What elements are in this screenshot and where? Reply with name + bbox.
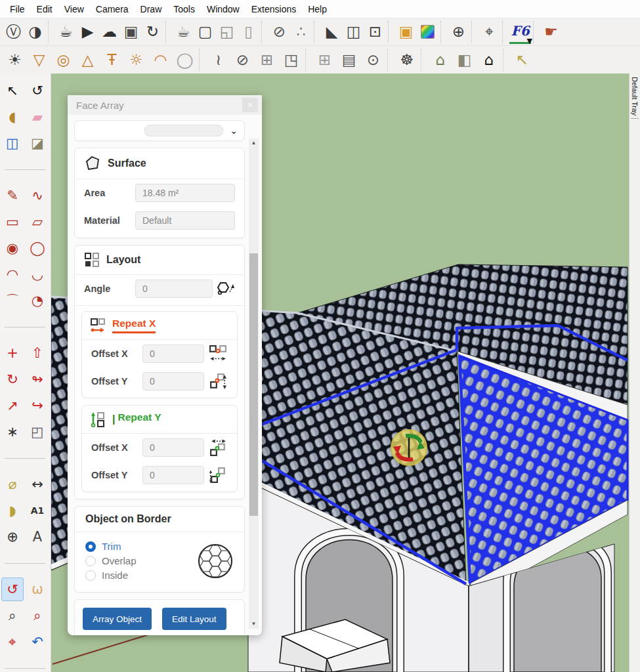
eraser-tool[interactable]: ▰	[26, 105, 49, 129]
vray-scatter-icon[interactable]: ∴	[290, 21, 312, 43]
menu-extensions[interactable]: Extensions	[245, 4, 302, 14]
make-component-tool[interactable]: ◫	[1, 131, 24, 155]
zoom-window-tool[interactable]: ⌕	[26, 604, 49, 627]
zoom-extents-tool[interactable]: ⌖	[1, 630, 24, 654]
orbit-tool[interactable]: ↺	[1, 578, 24, 601]
sun-compass-icon[interactable]: ⌖	[479, 21, 500, 43]
line-tool[interactable]: ✎	[1, 184, 24, 207]
lasso-select-tool[interactable]: ↺	[26, 79, 49, 102]
scrolled-input[interactable]	[144, 125, 223, 136]
rotated-rectangle-tool[interactable]: ▱	[26, 210, 49, 234]
offset-tool[interactable]: ↪	[26, 394, 49, 417]
3d-text-tool[interactable]: A	[26, 525, 49, 549]
freehand-tool[interactable]: ∿	[26, 184, 49, 207]
dialog-scrollbar[interactable]: ▲ ▼	[249, 138, 259, 629]
two-point-arc-tool[interactable]: ◡	[26, 262, 49, 286]
radio-icon[interactable]	[85, 556, 96, 566]
menu-window[interactable]: Window	[201, 4, 245, 14]
collapse-arrow-icon[interactable]: ⌄	[230, 125, 238, 136]
three-point-arc-tool[interactable]: ⌒	[1, 289, 24, 312]
menu-draw[interactable]: Draw	[135, 4, 168, 14]
array-object-button[interactable]: Array Object	[83, 608, 152, 630]
repeat-x-offset-x-input[interactable]: 0	[142, 345, 204, 363]
steering-wheel-icon[interactable]: ☸	[395, 49, 419, 71]
border-option-inside[interactable]: Inside	[85, 570, 197, 581]
sunlight-icon[interactable]: ☀	[3, 49, 27, 71]
scrollbar-thumb[interactable]	[249, 253, 258, 516]
scroll-up-icon[interactable]: ▲	[249, 138, 259, 148]
dialog-titlebar[interactable]: Face Array ×	[68, 95, 262, 115]
text-tool[interactable]: A1	[26, 499, 49, 522]
decal-icon[interactable]: ◳	[279, 49, 303, 71]
omni-light-icon[interactable]: ◎	[51, 49, 75, 71]
rotate-tool[interactable]: ↻	[1, 368, 24, 391]
protractor-tool[interactable]: ◗	[1, 499, 24, 522]
vray-render-cloud-icon[interactable]: ☁	[98, 21, 120, 43]
border-option-overlap[interactable]: Overlap	[85, 555, 197, 566]
zoom-tool[interactable]: ⌕	[1, 604, 24, 627]
arc-tool[interactable]: ◠	[1, 262, 24, 286]
scale-tool[interactable]: ↗	[1, 394, 24, 417]
clipper-disc-icon[interactable]: ⊘	[230, 49, 255, 71]
area-value[interactable]: 18.48 m²	[135, 184, 235, 202]
paint-bucket-tool[interactable]: ◖	[1, 105, 24, 129]
pan-tool[interactable]: ω	[26, 578, 49, 601]
polygon-tool[interactable]: ◯	[26, 236, 49, 260]
window-grid-icon[interactable]: ⊞	[255, 49, 279, 71]
scroll-down-icon[interactable]: ▼	[249, 620, 259, 629]
dome-light-icon[interactable]: ◠	[148, 49, 173, 71]
north-point-icon[interactable]: ⊕	[448, 21, 469, 43]
vray-frame-buffer-icon[interactable]: ▣	[120, 21, 142, 43]
texture-box-icon[interactable]: ▣	[395, 21, 417, 43]
pick-hand-icon[interactable]: ☛	[540, 21, 562, 43]
menu-file[interactable]: File	[4, 4, 31, 14]
dimension-tool[interactable]: ↔	[26, 472, 49, 496]
vray-refresh-icon[interactable]: ↻	[142, 21, 163, 43]
fredo6-tools-icon[interactable]: F6	[509, 20, 531, 44]
house-model-icon[interactable]: ⌂	[428, 49, 452, 71]
vray-render-interactive-icon[interactable]: ▶	[77, 21, 98, 43]
vray-lock-camera-icon[interactable]: ▯	[238, 21, 259, 43]
section-plane-tool[interactable]: ◰	[26, 420, 49, 444]
previous-view-tool[interactable]: ↶	[26, 630, 49, 654]
vray-infinite-plane-icon[interactable]: ⊘	[268, 21, 290, 43]
eye-component-icon[interactable]: ⊙	[361, 49, 385, 71]
default-tray-tab[interactable]: Default Tray	[629, 74, 640, 672]
menu-view[interactable]: View	[58, 4, 90, 14]
tag-tool[interactable]: ◪	[26, 131, 49, 155]
menu-help[interactable]: Help	[302, 4, 333, 14]
follow-me-tool[interactable]: ↬	[26, 368, 49, 391]
component-box-icon[interactable]: ◧	[452, 49, 477, 71]
repeat-y-offset-x-input[interactable]: 0	[142, 438, 204, 457]
select-tool[interactable]: ↖	[1, 79, 24, 102]
axes-tool[interactable]: ∗	[1, 420, 24, 444]
spot-light-icon[interactable]: △	[75, 49, 100, 71]
tape-measure-tool[interactable]: ⌀	[1, 472, 24, 496]
fur-icon[interactable]: ≀	[206, 49, 230, 71]
vray-batch-render-icon[interactable]: ☕	[173, 21, 194, 43]
color-picker-icon[interactable]	[417, 21, 438, 43]
close-icon[interactable]: ×	[242, 98, 258, 112]
vray-mesh-clipper-icon[interactable]: ◫	[343, 21, 364, 43]
vray-clipper-icon[interactable]: ◣	[321, 21, 343, 43]
component-grid-icon[interactable]: ⊞	[312, 49, 337, 71]
home-icon[interactable]: ⌂	[477, 49, 501, 71]
vray-vfb-window-icon[interactable]: ▢	[194, 21, 216, 43]
sphere-light-icon[interactable]: ◯	[173, 49, 197, 71]
array-copies-icon[interactable]: ▤	[337, 49, 361, 71]
move-tool[interactable]: +	[1, 341, 24, 365]
axes-compass-tool[interactable]: ⊕	[1, 525, 24, 549]
point-light-icon[interactable]: ☼	[124, 49, 148, 71]
radio-selected-icon[interactable]	[85, 541, 96, 552]
vray-render-frames-icon[interactable]: ◱	[216, 21, 238, 43]
vray-render-icon[interactable]: ☕	[55, 21, 77, 43]
vray-wrapper-icon[interactable]: ⊡	[364, 21, 386, 43]
ies-light-icon[interactable]: Ŧ	[100, 49, 124, 71]
push-pull-tool[interactable]: ⇧	[26, 341, 49, 365]
border-option-trim[interactable]: Trim	[85, 541, 197, 552]
menu-camera[interactable]: Camera	[90, 4, 135, 14]
circle-tool[interactable]: ◉	[1, 236, 24, 260]
rectangle-light-icon[interactable]: ▽	[27, 49, 51, 71]
radio-icon[interactable]	[85, 570, 96, 581]
cursor-brush-icon[interactable]: ↖	[510, 49, 534, 71]
